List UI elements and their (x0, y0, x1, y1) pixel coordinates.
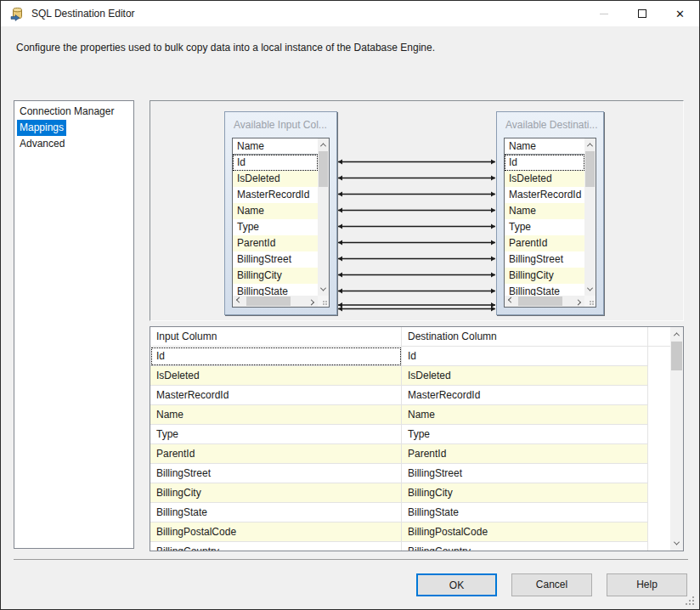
page-list: Connection Manager Mappings Advanced (14, 100, 134, 549)
input-list-horizontal-scrollbar[interactable] (233, 296, 318, 307)
scroll-left-icon[interactable] (505, 296, 517, 307)
column-list-item[interactable]: IsDeleted (233, 171, 318, 187)
input-column-cell[interactable]: ParentId (150, 444, 402, 464)
sidebar-item-mappings[interactable]: Mappings (17, 120, 66, 136)
destination-column-cell[interactable]: IsDeleted (402, 366, 648, 386)
minimize-icon (600, 14, 608, 14)
destination-list-name-header[interactable]: Name (505, 138, 584, 155)
column-list-item[interactable]: BillingState (233, 284, 318, 296)
cancel-button[interactable]: Cancel (511, 573, 592, 596)
input-column-cell[interactable]: BillingCountry (150, 542, 402, 551)
scroll-up-icon[interactable] (318, 139, 329, 150)
input-list-vertical-scrollbar[interactable] (318, 138, 329, 296)
scrollbar-thumb[interactable] (585, 151, 595, 187)
scroll-down-icon[interactable] (670, 537, 683, 550)
column-list-item[interactable]: ParentId (505, 235, 584, 251)
column-list-item[interactable]: IsDeleted (505, 171, 584, 187)
list-resize-grip (584, 296, 596, 307)
input-list-name-header[interactable]: Name (233, 138, 318, 155)
destination-column-cell[interactable]: Name (402, 405, 648, 425)
available-destination-columns-list: Name Id IsDeleted MasterRecordId Name Ty… (504, 138, 596, 308)
column-list-item[interactable]: Type (505, 219, 584, 235)
column-list-item[interactable]: Id (233, 155, 318, 171)
destination-column-cell[interactable]: BillingState (402, 503, 648, 522)
column-list-item[interactable]: MasterRecordId (505, 187, 584, 203)
column-list-item[interactable]: BillingState (505, 284, 584, 296)
destination-column-cell[interactable]: ParentId (402, 444, 648, 464)
destination-column-cell[interactable]: BillingCity (402, 483, 648, 503)
table-row[interactable]: BillingStreet BillingStreet (150, 464, 670, 483)
scroll-down-icon[interactable] (318, 284, 329, 295)
table-row[interactable]: Name Name (150, 405, 670, 425)
scroll-down-icon[interactable] (584, 284, 596, 295)
scroll-right-icon[interactable] (573, 296, 584, 307)
column-list-item[interactable]: BillingStreet (505, 251, 584, 268)
destination-list-vertical-scrollbar[interactable] (584, 138, 596, 296)
separator-line (14, 559, 688, 560)
input-column-cell[interactable]: MasterRecordId (150, 386, 402, 405)
available-input-columns-title: Available Input Col... (225, 112, 336, 131)
table-row[interactable]: MasterRecordId MasterRecordId (150, 386, 670, 405)
destination-column-cell[interactable]: Type (402, 425, 648, 444)
window-resize-grip[interactable] (683, 594, 695, 606)
table-row[interactable]: BillingState BillingState (150, 503, 670, 522)
destination-column-cell[interactable]: BillingPostalCode (402, 522, 648, 542)
column-list-item[interactable]: Name (505, 203, 584, 219)
sql-destination-editor-dialog: SQL Destination Editor ✕ Configure the p… (0, 0, 700, 610)
scroll-right-icon[interactable] (306, 296, 317, 307)
available-input-columns-list: Name Id IsDeleted MasterRecordId Name Ty… (232, 138, 330, 308)
column-list-item[interactable]: ParentId (233, 235, 318, 251)
input-column-cell[interactable]: IsDeleted (150, 366, 402, 386)
header-filler (648, 327, 670, 347)
scroll-up-icon[interactable] (584, 139, 596, 150)
close-button[interactable]: ✕ (661, 1, 699, 26)
mapping-panel: Available Input Col... Name Id IsDeleted… (150, 100, 684, 321)
table-row[interactable]: IsDeleted IsDeleted (150, 366, 670, 386)
destination-column-cell[interactable]: BillingStreet (402, 464, 648, 483)
help-button[interactable]: Help (607, 573, 687, 596)
titlebar: SQL Destination Editor ✕ (1, 1, 699, 26)
input-column-cell[interactable]: Name (150, 405, 402, 425)
input-column-cell[interactable]: BillingState (150, 503, 402, 522)
column-list-item[interactable]: MasterRecordId (233, 187, 318, 203)
sidebar-item-connection-manager[interactable]: Connection Manager (17, 104, 116, 120)
table-header-row: Input Column Destination Column (150, 327, 670, 347)
column-list-item[interactable]: BillingCity (233, 268, 318, 284)
maximize-button[interactable] (623, 1, 661, 26)
destination-list-horizontal-scrollbar[interactable] (505, 296, 584, 307)
destination-column-header[interactable]: Destination Column (402, 327, 648, 347)
column-list-item[interactable]: Id (505, 155, 584, 171)
available-destination-columns-box: Available Destinati... Name Id IsDeleted… (496, 111, 604, 315)
scrollbar-thumb[interactable] (319, 151, 328, 187)
window-title: SQL Destination Editor (31, 8, 135, 20)
column-list-item[interactable]: Type (233, 219, 318, 235)
input-column-header[interactable]: Input Column (150, 327, 402, 347)
destination-column-cell[interactable]: BillingCountry (402, 542, 648, 551)
minimize-button[interactable] (584, 1, 623, 26)
scrollbar-thumb[interactable] (246, 297, 291, 306)
scrollbar-thumb[interactable] (671, 342, 682, 370)
scroll-up-icon[interactable] (670, 328, 683, 341)
sidebar-item-advanced[interactable]: Advanced (17, 136, 67, 152)
table-row[interactable]: ParentId ParentId (150, 444, 670, 464)
column-list-item[interactable]: BillingStreet (233, 251, 318, 268)
table-row[interactable]: Type Type (150, 425, 670, 444)
input-column-cell[interactable]: BillingStreet (150, 464, 402, 483)
scroll-left-icon[interactable] (234, 296, 245, 307)
table-row[interactable]: BillingCity BillingCity (150, 483, 670, 503)
input-column-cell[interactable]: BillingPostalCode (150, 522, 402, 542)
input-column-cell[interactable]: Type (150, 425, 402, 444)
destination-column-cell[interactable]: Id (402, 347, 648, 366)
ok-button[interactable]: OK (416, 573, 497, 596)
table-row[interactable]: BillingCountry BillingCountry (150, 542, 670, 551)
input-column-cell[interactable]: Id (150, 347, 402, 366)
maximize-icon (638, 9, 646, 18)
scrollbar-thumb[interactable] (518, 297, 562, 306)
column-list-item[interactable]: BillingCity (505, 268, 584, 284)
column-list-item[interactable]: Name (233, 203, 318, 219)
table-row[interactable]: Id Id (150, 347, 670, 366)
table-vertical-scrollbar[interactable] (670, 327, 683, 551)
table-row[interactable]: BillingPostalCode BillingPostalCode (150, 522, 670, 542)
destination-column-cell[interactable]: MasterRecordId (402, 386, 648, 405)
input-column-cell[interactable]: BillingCity (150, 483, 402, 503)
